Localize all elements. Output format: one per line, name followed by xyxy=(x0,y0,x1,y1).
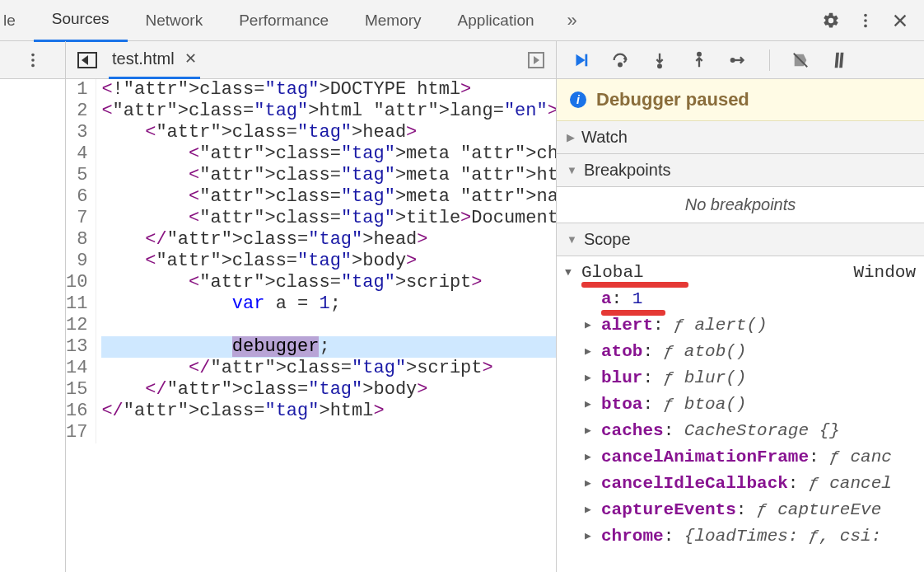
line-number[interactable]: 8 xyxy=(66,229,87,251)
line-number[interactable]: 4 xyxy=(66,143,87,165)
code-line[interactable]: </"attr">class="tag">script> xyxy=(101,358,557,379)
prop-name: captureEvents xyxy=(601,500,736,519)
code-editor[interactable]: 1234567891011121314151617<!"attr">class=… xyxy=(66,79,557,572)
line-number[interactable]: 17 xyxy=(66,422,87,443)
code-line[interactable]: var a = 1; xyxy=(101,293,557,315)
no-breakpoints-msg: No breakpoints xyxy=(557,187,924,223)
code-line[interactable]: <"attr">class="tag">title>Document</"att… xyxy=(101,208,557,229)
prop-name: btoa xyxy=(601,395,642,414)
step-into-icon[interactable] xyxy=(651,51,669,69)
svg-point-0 xyxy=(864,13,867,16)
resume-icon[interactable] xyxy=(572,51,590,69)
tab-cut-prev[interactable]: le xyxy=(0,0,34,41)
watch-section[interactable]: ▶ Watch xyxy=(557,121,924,154)
chevron-right-icon: ▶ xyxy=(585,497,596,523)
scope-property[interactable]: a: 1 xyxy=(565,286,916,312)
run-snippet-icon[interactable] xyxy=(528,52,544,68)
pause-on-exceptions-icon[interactable] xyxy=(831,51,849,69)
tab-overflow-icon[interactable]: » xyxy=(553,10,592,31)
paused-banner: i Debugger paused xyxy=(557,79,924,121)
scope-label: Scope xyxy=(584,230,631,249)
scope-property[interactable]: ▶cancelAnimationFrame: ƒ canc xyxy=(565,444,916,471)
separator xyxy=(769,49,770,71)
line-number[interactable]: 1 xyxy=(66,79,87,101)
scope-global-row[interactable]: ▼ Global Window xyxy=(565,260,916,286)
scope-property[interactable]: ▶alert: ƒ alert() xyxy=(565,312,916,339)
info-icon: i xyxy=(570,91,586,108)
scope-property[interactable]: ▶btoa: ƒ btoa() xyxy=(565,391,916,418)
scope-property[interactable]: ▶chrome: {loadTimes: ƒ, csi: xyxy=(565,523,916,550)
prop-value: 1 xyxy=(632,289,643,308)
kebab-menu-icon[interactable] xyxy=(24,51,42,69)
line-number[interactable]: 3 xyxy=(66,122,87,143)
paused-label: Debugger paused xyxy=(596,89,749,110)
line-number[interactable]: 5 xyxy=(66,165,87,186)
code-line[interactable]: <!"attr">class="tag">DOCTYPE html> xyxy=(101,79,557,101)
svg-point-8 xyxy=(658,64,661,68)
svg-point-4 xyxy=(31,59,35,62)
code-line[interactable]: <"attr">class="tag">meta "attr">name="vi… xyxy=(101,186,557,208)
code-line[interactable]: </"attr">class="tag">body> xyxy=(101,379,557,401)
code-line[interactable] xyxy=(101,422,557,443)
tab-performance[interactable]: Performance xyxy=(221,0,347,41)
line-number[interactable]: 6 xyxy=(66,186,87,208)
code-line[interactable]: <"attr">class="tag">script> xyxy=(101,272,557,293)
svg-rect-6 xyxy=(586,54,588,66)
line-number[interactable]: 9 xyxy=(66,251,87,272)
line-number[interactable]: 13 xyxy=(66,336,87,358)
line-number[interactable]: 11 xyxy=(66,293,87,315)
tab-network[interactable]: Network xyxy=(128,0,222,41)
main-area: 1234567891011121314151617<!"attr">class=… xyxy=(0,79,924,572)
scope-property[interactable]: ▶captureEvents: ƒ captureEve xyxy=(565,497,916,523)
code-line[interactable]: <"attr">class="tag">meta "attr">charset=… xyxy=(101,143,557,165)
scope-property[interactable]: ▶cancelIdleCallback: ƒ cancel xyxy=(565,471,916,497)
prop-name: chrome xyxy=(601,527,664,546)
scope-global-label: Global xyxy=(581,260,644,286)
file-tab-label: test.html xyxy=(112,49,175,68)
step-out-icon[interactable] xyxy=(690,51,708,69)
prop-value: ƒ captureEve xyxy=(757,500,881,519)
nav-back-icon[interactable] xyxy=(77,52,97,68)
scope-property[interactable]: ▶blur: ƒ blur() xyxy=(565,365,916,391)
line-number[interactable]: 15 xyxy=(66,379,87,401)
line-number[interactable]: 7 xyxy=(66,208,87,229)
scope-property[interactable]: ▶caches: CacheStorage {} xyxy=(565,418,916,444)
gear-icon[interactable] xyxy=(822,12,840,30)
line-number[interactable]: 10 xyxy=(66,272,87,293)
chevron-right-icon: ▶ xyxy=(585,365,596,391)
step-icon[interactable] xyxy=(730,51,748,69)
prop-value: ƒ canc xyxy=(829,448,892,467)
line-number[interactable]: 16 xyxy=(66,401,87,422)
code-line[interactable]: <"attr">class="tag">meta "attr">http-equ… xyxy=(101,165,557,186)
code-line[interactable]: </"attr">class="tag">head> xyxy=(101,229,557,251)
code-line[interactable]: </"attr">class="tag">html> xyxy=(101,401,557,422)
breakpoints-label: Breakpoints xyxy=(584,161,671,180)
step-over-icon[interactable] xyxy=(611,51,629,69)
deactivate-breakpoints-icon[interactable] xyxy=(791,51,810,69)
chevron-right-icon: ▶ xyxy=(567,131,575,143)
code-line[interactable] xyxy=(101,315,557,336)
kebab-menu-icon[interactable] xyxy=(856,12,875,30)
scope-section[interactable]: ▼ Scope xyxy=(557,223,924,256)
line-number[interactable]: 2 xyxy=(66,101,87,122)
prop-name: blur xyxy=(601,368,642,387)
scope-property[interactable]: ▶atob: ƒ atob() xyxy=(565,339,916,365)
tab-application[interactable]: Application xyxy=(440,0,553,41)
tab-memory[interactable]: Memory xyxy=(347,0,440,41)
tab-sources[interactable]: Sources xyxy=(34,0,128,42)
close-tab-icon[interactable]: ✕ xyxy=(184,49,197,68)
scope-content: ▼ Global Window a: 1▶alert: ƒ alert()▶at… xyxy=(557,256,924,572)
code-line[interactable]: debugger; xyxy=(101,336,557,358)
devtools-tab-bar: le Sources Network Performance Memory Ap… xyxy=(0,0,924,41)
scope-global-type: Window xyxy=(853,260,916,286)
code-line[interactable]: <"attr">class="tag">head> xyxy=(101,122,557,143)
close-icon[interactable] xyxy=(891,12,909,30)
line-number[interactable]: 12 xyxy=(66,315,87,336)
code-line[interactable]: <"attr">class="tag">html "attr">lang="en… xyxy=(101,101,557,122)
file-tab[interactable]: test.html ✕ xyxy=(109,41,200,79)
code-line[interactable]: <"attr">class="tag">body> xyxy=(101,251,557,272)
prop-name: alert xyxy=(601,316,653,335)
line-number[interactable]: 14 xyxy=(66,358,87,379)
svg-point-10 xyxy=(731,59,735,62)
breakpoints-section[interactable]: ▼ Breakpoints xyxy=(557,154,924,187)
